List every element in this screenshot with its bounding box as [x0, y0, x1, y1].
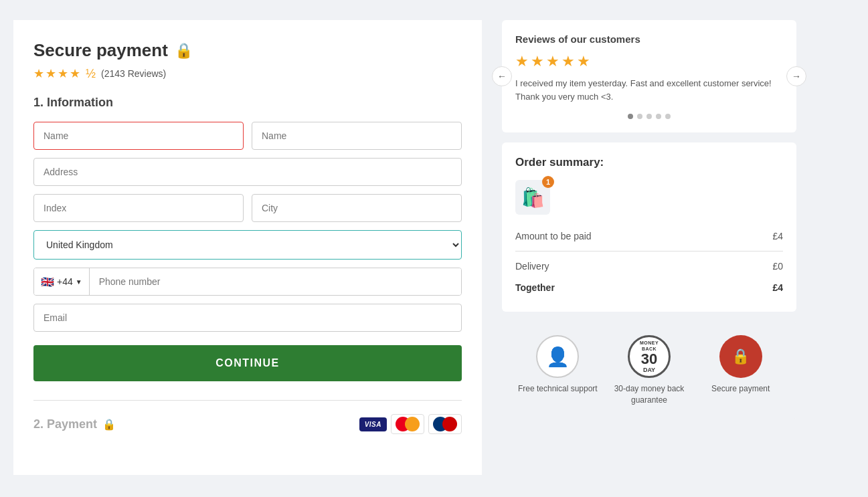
half-star: ½	[86, 67, 97, 81]
page-title-text: Secure payment	[33, 40, 168, 61]
phone-prefix-selector[interactable]: 🇬🇧 +44 ▼	[34, 268, 90, 295]
order-summary-title: Order summary:	[515, 156, 783, 169]
last-name-input[interactable]	[252, 122, 462, 150]
trust-badge-support: 👤 Free technical support	[515, 335, 600, 395]
dot-2[interactable]	[637, 114, 642, 119]
amount-value: £4	[772, 231, 783, 241]
carousel-next-button[interactable]: →	[786, 66, 806, 86]
payment-section: 2. Payment 🔒 VISA	[33, 414, 462, 434]
dot-4[interactable]	[656, 114, 661, 119]
support-icon: 👤	[536, 335, 579, 378]
amount-line: Amount to be paid £4	[515, 225, 783, 247]
product-badge: 1	[542, 176, 554, 188]
section-divider	[33, 400, 462, 401]
trust-badges: 👤 Free technical support MONEY BACK 30 D…	[502, 322, 796, 419]
last-name-field	[252, 122, 462, 150]
email-row	[33, 304, 462, 332]
index-field	[33, 194, 244, 222]
trust-badge-secure: 🔒 Secure payment	[698, 335, 783, 395]
phone-input[interactable]	[90, 268, 461, 295]
trust-badge-30day: MONEY BACK 30 DAY 30-day money back guar…	[607, 335, 692, 406]
email-input[interactable]	[33, 304, 462, 332]
mastercard-icon	[391, 414, 424, 434]
payment-lock-icon: 🔒	[102, 418, 116, 431]
flag-icon: 🇬🇧	[41, 276, 54, 288]
review-text: I received my item yesterday. Fast and e…	[515, 77, 783, 103]
continue-button[interactable]: CONTINUE	[33, 345, 462, 381]
carousel-prev-button[interactable]: ←	[492, 66, 512, 86]
reviews-count: (2143 Reviews)	[101, 68, 166, 79]
delivery-value: £0	[772, 261, 783, 272]
30day-label: 30-day money back guarantee	[607, 383, 692, 406]
index-city-row	[33, 194, 462, 222]
city-input[interactable]	[252, 194, 462, 222]
address-input[interactable]	[33, 158, 462, 186]
30day-word: DAY	[643, 367, 655, 373]
dot-1[interactable]	[628, 114, 633, 119]
together-value: £4	[772, 282, 783, 293]
first-name-input[interactable]	[33, 122, 244, 150]
reviews-card-title: Reviews of our customers	[515, 33, 783, 45]
reviews-row: ★★★★ ½ (2143 Reviews)	[33, 66, 462, 81]
country-select[interactable]: United Kingdom United States France Germ…	[33, 230, 462, 260]
amount-label: Amount to be paid	[515, 231, 592, 241]
address-row	[33, 158, 462, 186]
order-summary-card: Order summary: 🛍️ 1 Amount to be paid £4…	[502, 142, 796, 312]
payment-title: 2. Payment 🔒	[33, 417, 116, 431]
together-line: Together £4	[515, 277, 783, 298]
phone-row: 🇬🇧 +44 ▼	[33, 268, 462, 296]
review-stars: ★★★★★	[515, 53, 783, 70]
order-divider	[515, 251, 783, 252]
payment-cards: VISA	[359, 414, 462, 434]
lock-icon: 🔒	[175, 42, 193, 60]
secure-icon: 🔒	[719, 335, 762, 378]
support-label: Free technical support	[518, 383, 598, 395]
maestro-icon	[428, 414, 462, 434]
star-rating: ★★★★	[33, 66, 82, 81]
dot-3[interactable]	[646, 114, 652, 119]
product-image-wrap: 🛍️ 1	[515, 180, 550, 215]
first-name-field	[33, 122, 244, 150]
reviews-card: Reviews of our customers ★★★★★ I receive…	[502, 20, 796, 132]
delivery-line: Delivery £0	[515, 256, 783, 277]
left-panel: Secure payment 🔒 ★★★★ ½ (2143 Reviews) 1…	[13, 20, 482, 475]
product-row: 🛍️ 1	[515, 180, 783, 215]
right-panel: Reviews of our customers ★★★★★ I receive…	[502, 20, 796, 475]
index-input[interactable]	[33, 194, 244, 222]
phone-dropdown-arrow: ▼	[76, 278, 82, 286]
30day-number: 30	[641, 352, 657, 367]
secure-label: Secure payment	[711, 383, 770, 395]
together-label: Together	[515, 282, 555, 293]
section1-title: 1. Information	[33, 96, 462, 110]
page-title: Secure payment 🔒	[33, 40, 462, 61]
city-field	[252, 194, 462, 222]
30day-icon: MONEY BACK 30 DAY	[628, 335, 671, 378]
name-row	[33, 122, 462, 150]
country-row: United Kingdom United States France Germ…	[33, 230, 462, 260]
carousel-dots	[515, 114, 783, 119]
dot-5[interactable]	[665, 114, 671, 119]
visa-card-icon: VISA	[359, 417, 387, 431]
delivery-label: Delivery	[515, 261, 549, 272]
phone-prefix-code: +44	[57, 276, 73, 287]
